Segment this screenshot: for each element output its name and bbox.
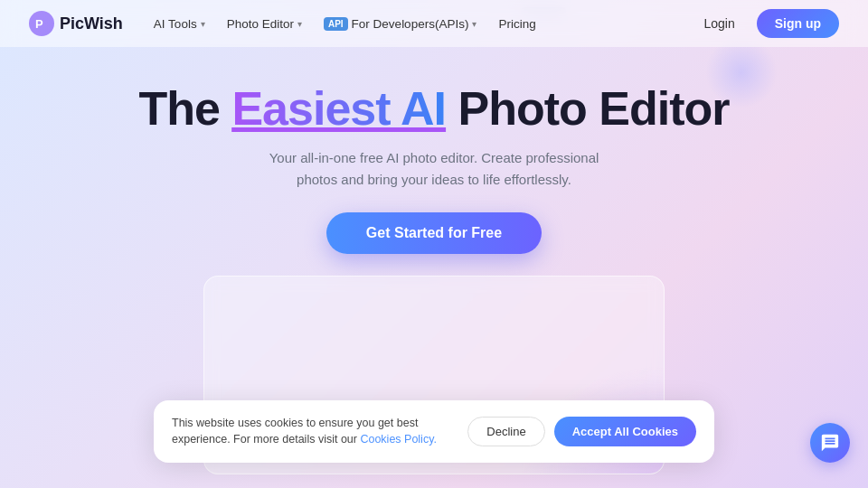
cookie-buttons: Decline Accept All Cookies [467, 417, 696, 446]
logo-text: PicWish [60, 14, 123, 33]
logo-icon: P [29, 11, 54, 36]
decline-button[interactable]: Decline [467, 417, 544, 446]
title-prefix: The [139, 82, 232, 135]
login-button[interactable]: Login [693, 11, 745, 36]
hero-title: The Easiest AI Photo Editor [139, 83, 730, 135]
cookie-text: This website uses cookies to ensure you … [172, 415, 453, 449]
nav-item-developers[interactable]: API For Developers(APIs) ▾ [315, 12, 486, 36]
chevron-down-icon: ▾ [472, 19, 476, 29]
api-badge: API [324, 17, 348, 31]
accept-cookies-button[interactable]: Accept All Cookies [554, 417, 696, 446]
nav-right: Login Sign up [693, 9, 839, 38]
title-suffix: Photo Editor [446, 82, 729, 135]
nav-item-pricing[interactable]: Pricing [489, 12, 544, 36]
nav-item-ai-tools[interactable]: AI Tools ▾ [145, 12, 214, 36]
nav-items: AI Tools ▾ Photo Editor ▾ API For Develo… [145, 12, 545, 36]
logo[interactable]: P PicWish [29, 11, 123, 36]
signup-button[interactable]: Sign up [757, 9, 839, 38]
chevron-down-icon: ▾ [201, 19, 205, 29]
hero-subtitle: Your all-in-one free AI photo editor. Cr… [262, 147, 606, 191]
svg-text:P: P [35, 17, 43, 31]
chevron-down-icon: ▾ [297, 19, 302, 29]
cookie-policy-link[interactable]: Cookies Policy. [360, 433, 437, 446]
cta-button[interactable]: Get Started for Free [326, 212, 542, 254]
nav-left: P PicWish AI Tools ▾ Photo Editor ▾ API … [29, 11, 545, 36]
chat-icon [820, 433, 840, 453]
cookie-banner: This website uses cookies to ensure you … [154, 400, 714, 464]
nav-item-photo-editor[interactable]: Photo Editor ▾ [218, 12, 311, 36]
title-highlight: Easiest AI [231, 82, 446, 135]
navbar: P PicWish AI Tools ▾ Photo Editor ▾ API … [0, 0, 868, 47]
chat-bubble-button[interactable] [810, 423, 850, 463]
